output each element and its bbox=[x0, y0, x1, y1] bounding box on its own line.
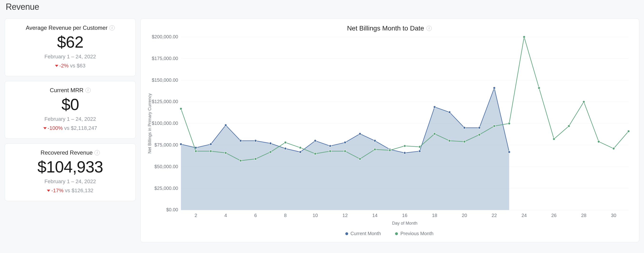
info-icon[interactable]: i bbox=[426, 26, 432, 31]
svg-point-44 bbox=[314, 140, 316, 142]
svg-text:14: 14 bbox=[372, 213, 378, 218]
svg-point-45 bbox=[329, 145, 331, 147]
svg-text:$100,000.00: $100,000.00 bbox=[152, 121, 178, 126]
svg-point-83 bbox=[553, 138, 555, 140]
metric-compare: vs $63 bbox=[70, 63, 86, 69]
svg-point-53 bbox=[448, 111, 451, 113]
net-billings-chart[interactable]: $0.00$25,000.00$50,000.00$75,000.00$100,… bbox=[146, 35, 633, 229]
svg-text:2: 2 bbox=[194, 213, 197, 218]
svg-point-35 bbox=[180, 143, 182, 145]
legend-label: Current Month bbox=[350, 231, 381, 236]
svg-point-51 bbox=[418, 150, 421, 152]
legend-item-current[interactable]: Current Month bbox=[345, 231, 381, 236]
svg-text:$175,000.00: $175,000.00 bbox=[152, 56, 178, 61]
svg-text:30: 30 bbox=[611, 213, 616, 218]
metric-date-range: February 1 – 24, 2022 bbox=[11, 116, 130, 122]
svg-text:$25,000.00: $25,000.00 bbox=[154, 186, 178, 191]
caret-down-icon bbox=[43, 127, 47, 129]
metrics-column: Average Revenue per Customer i $62 Febru… bbox=[5, 19, 136, 242]
svg-text:4: 4 bbox=[224, 213, 227, 218]
svg-point-58 bbox=[180, 107, 182, 110]
svg-text:Day of Month: Day of Month bbox=[392, 221, 418, 226]
svg-text:12: 12 bbox=[342, 213, 348, 218]
svg-point-57 bbox=[508, 151, 510, 153]
metric-date-range: February 1 – 24, 2022 bbox=[11, 54, 130, 60]
svg-point-37 bbox=[210, 143, 212, 145]
svg-text:10: 10 bbox=[312, 213, 318, 218]
svg-point-65 bbox=[284, 141, 286, 144]
svg-point-68 bbox=[329, 150, 331, 152]
svg-point-48 bbox=[374, 140, 376, 142]
metric-compare: vs $2,118,247 bbox=[64, 125, 97, 131]
svg-point-70 bbox=[359, 158, 361, 160]
section-title: Revenue bbox=[6, 2, 639, 12]
caret-down-icon bbox=[47, 190, 50, 192]
svg-text:$125,000.00: $125,000.00 bbox=[152, 99, 178, 104]
svg-point-43 bbox=[299, 151, 302, 153]
svg-point-88 bbox=[627, 130, 630, 132]
legend-item-previous[interactable]: Previous Month bbox=[395, 231, 434, 236]
metric-value: $62 bbox=[11, 33, 130, 51]
svg-point-46 bbox=[344, 141, 346, 144]
svg-point-59 bbox=[195, 150, 197, 152]
svg-point-47 bbox=[359, 133, 361, 135]
info-icon[interactable]: i bbox=[94, 150, 100, 155]
chart-title: Net Billings Month to Date bbox=[347, 25, 424, 32]
svg-point-64 bbox=[269, 151, 272, 153]
svg-text:6: 6 bbox=[254, 213, 257, 218]
metric-title: Average Revenue per Customer bbox=[26, 25, 108, 31]
svg-point-62 bbox=[240, 159, 242, 162]
svg-point-38 bbox=[224, 124, 227, 126]
svg-text:$75,000.00: $75,000.00 bbox=[154, 142, 178, 147]
svg-point-79 bbox=[493, 125, 496, 127]
info-icon[interactable]: i bbox=[86, 88, 91, 93]
svg-text:22: 22 bbox=[492, 213, 497, 218]
svg-point-85 bbox=[582, 101, 585, 103]
svg-point-56 bbox=[493, 87, 496, 89]
svg-point-78 bbox=[478, 133, 480, 136]
metric-compare: vs $126,132 bbox=[65, 187, 94, 194]
metric-card-avg-revenue: Average Revenue per Customer i $62 Febru… bbox=[5, 19, 136, 76]
svg-point-52 bbox=[434, 106, 436, 108]
metric-title: Recovered Revenue bbox=[41, 149, 93, 156]
svg-text:8: 8 bbox=[284, 213, 287, 218]
legend-dot-icon bbox=[345, 232, 348, 235]
svg-text:$50,000.00: $50,000.00 bbox=[154, 164, 178, 169]
metric-value: $104,933 bbox=[11, 157, 130, 176]
svg-point-63 bbox=[254, 158, 257, 160]
svg-text:26: 26 bbox=[552, 213, 557, 218]
svg-point-76 bbox=[448, 140, 451, 142]
legend-dot-icon bbox=[395, 232, 398, 235]
metric-delta: -100% bbox=[43, 125, 63, 131]
svg-point-50 bbox=[404, 152, 406, 154]
svg-point-41 bbox=[269, 142, 272, 145]
svg-point-71 bbox=[374, 148, 376, 151]
svg-point-75 bbox=[434, 133, 436, 135]
chart-card-net-billings: Net Billings Month to Date i $0.00$25,00… bbox=[140, 19, 639, 242]
svg-point-55 bbox=[478, 127, 480, 129]
svg-point-66 bbox=[299, 146, 302, 149]
svg-point-73 bbox=[404, 145, 406, 147]
svg-text:$200,000.00: $200,000.00 bbox=[152, 35, 178, 39]
metric-card-current-mrr: Current MRR i $0 February 1 – 24, 2022 -… bbox=[5, 81, 136, 139]
metric-delta: -17% bbox=[47, 187, 63, 194]
info-icon[interactable]: i bbox=[110, 25, 115, 31]
svg-point-67 bbox=[314, 152, 316, 155]
svg-point-82 bbox=[538, 87, 540, 89]
svg-text:Net Billings in Primary Curren: Net Billings in Primary Currency bbox=[147, 93, 152, 154]
svg-point-86 bbox=[598, 140, 600, 143]
metric-value: $0 bbox=[11, 95, 130, 114]
svg-point-87 bbox=[612, 147, 615, 150]
legend-label: Previous Month bbox=[400, 231, 434, 236]
svg-point-60 bbox=[210, 150, 212, 152]
metric-date-range: February 1 – 24, 2022 bbox=[11, 178, 130, 185]
svg-text:$150,000.00: $150,000.00 bbox=[152, 77, 178, 83]
metric-card-recovered-revenue: Recovered Revenue i $104,933 February 1 … bbox=[5, 143, 136, 201]
svg-point-81 bbox=[523, 36, 525, 38]
svg-text:28: 28 bbox=[581, 213, 586, 218]
svg-text:20: 20 bbox=[462, 213, 467, 218]
svg-text:$0.00: $0.00 bbox=[166, 207, 178, 212]
svg-text:24: 24 bbox=[522, 213, 527, 218]
svg-text:18: 18 bbox=[432, 213, 437, 218]
svg-point-74 bbox=[418, 146, 421, 148]
